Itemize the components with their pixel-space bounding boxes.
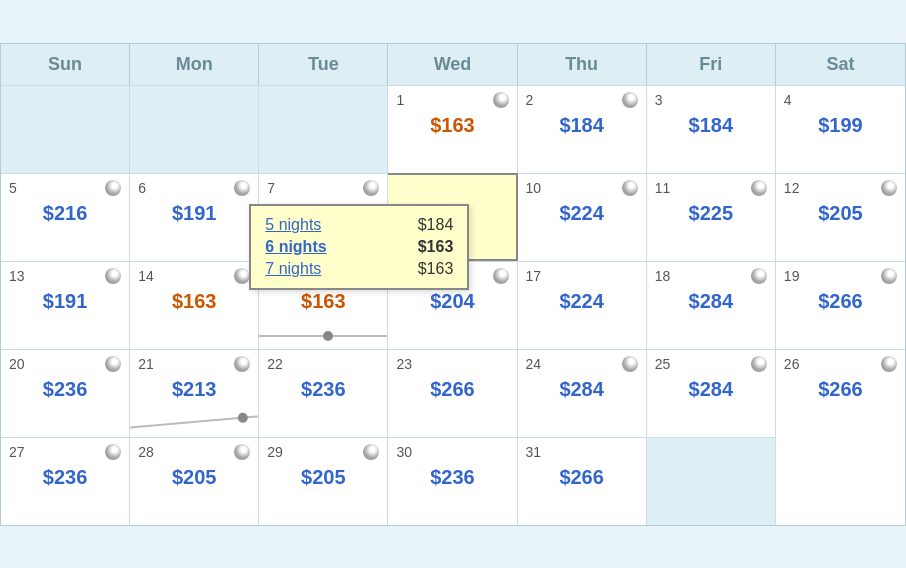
cal-cell-28[interactable]: 28 $205 [130, 437, 259, 525]
cell-price: $184 [526, 114, 638, 137]
cal-cell-13[interactable]: 13 $191 [1, 261, 130, 349]
cell-price: $184 [655, 114, 767, 137]
day-number: 5 [9, 180, 17, 196]
radio-icon[interactable] [234, 268, 250, 284]
tooltip-5nights-label[interactable]: 5 nights [265, 216, 321, 234]
cal-cell-2[interactable]: 2 $184 [518, 85, 647, 173]
cell-price: $205 [267, 466, 379, 489]
radio-icon[interactable] [363, 180, 379, 196]
day-number: 1 [396, 92, 404, 108]
day-number: 22 [267, 356, 283, 372]
tooltip-6nights-label[interactable]: 6 nights [265, 238, 326, 256]
radio-icon[interactable] [751, 268, 767, 284]
radio-icon[interactable] [881, 268, 897, 284]
radio-icon[interactable] [105, 180, 121, 196]
radio-icon[interactable] [751, 356, 767, 372]
cal-cell-3[interactable]: 3 $184 [647, 85, 776, 173]
cal-cell-27[interactable]: 27 $236 [1, 437, 130, 525]
cell-price: $224 [526, 290, 638, 313]
tooltip-row-5nights[interactable]: 5 nights $184 [265, 214, 453, 236]
cell-price: $266 [396, 378, 508, 401]
cal-cell-17[interactable]: 17 $224 [518, 261, 647, 349]
slider-track [130, 415, 258, 428]
cal-cell-7[interactable]: 7 $163 5 nights $184 6 nights $163 7 nig… [259, 173, 388, 261]
radio-icon[interactable] [363, 444, 379, 460]
slider-track [259, 335, 387, 337]
cal-cell-11[interactable]: 11 $225 [647, 173, 776, 261]
cell-price: $284 [655, 290, 767, 313]
cal-cell-31[interactable]: 31 $266 [518, 437, 647, 525]
radio-icon[interactable] [493, 268, 509, 284]
cal-cell-12[interactable]: 12 $205 [776, 173, 905, 261]
header-sat: Sat [776, 44, 905, 85]
cal-cell-24[interactable]: 24 $284 [518, 349, 647, 437]
cal-cell-23[interactable]: 23 $266 [388, 349, 517, 437]
cal-cell-29[interactable]: 29 $205 [259, 437, 388, 525]
cell-price: $236 [9, 378, 121, 401]
slider-handle[interactable] [323, 331, 333, 341]
cal-cell-21[interactable]: 21 $213 [130, 349, 259, 437]
cell-price: $205 [138, 466, 250, 489]
cell-price: $236 [267, 378, 379, 401]
header-tue: Tue [259, 44, 388, 85]
radio-icon[interactable] [105, 268, 121, 284]
day-number: 20 [9, 356, 25, 372]
radio-icon[interactable] [234, 180, 250, 196]
day-number: 29 [267, 444, 283, 460]
cell-price: $163 [138, 290, 250, 313]
header-mon: Mon [130, 44, 259, 85]
nights-tooltip: 5 nights $184 6 nights $163 7 nights $16… [249, 204, 469, 290]
day-number: 19 [784, 268, 800, 284]
radio-icon[interactable] [493, 92, 509, 108]
cal-cell-30[interactable]: 30 $236 [388, 437, 517, 525]
radio-icon[interactable] [622, 92, 638, 108]
cal-cell-20[interactable]: 20 $236 [1, 349, 130, 437]
cell-price: $163 [396, 114, 508, 137]
header-sun: Sun [1, 44, 130, 85]
cal-cell-25[interactable]: 25 $284 [647, 349, 776, 437]
radio-icon[interactable] [234, 444, 250, 460]
day-number: 31 [526, 444, 542, 460]
day-number: 25 [655, 356, 671, 372]
day-number: 12 [784, 180, 800, 196]
radio-icon[interactable] [751, 180, 767, 196]
cal-cell-19[interactable]: 19 $266 [776, 261, 905, 349]
calendar: Sun Mon Tue Wed Thu Fri Sat 1 $163 2 $18… [0, 43, 906, 526]
radio-icon[interactable] [622, 356, 638, 372]
slider-handle[interactable] [238, 412, 249, 423]
calendar-header: Sun Mon Tue Wed Thu Fri Sat [1, 44, 905, 85]
cal-cell-empty [1, 85, 130, 173]
cal-cell-1[interactable]: 1 $163 [388, 85, 517, 173]
tooltip-row-6nights[interactable]: 6 nights $163 [265, 236, 453, 258]
day-number: 23 [396, 356, 412, 372]
cal-cell-26[interactable]: 26 $266 [776, 349, 905, 437]
radio-icon[interactable] [881, 180, 897, 196]
radio-icon[interactable] [234, 356, 250, 372]
day-number: 28 [138, 444, 154, 460]
tooltip-row-7nights[interactable]: 7 nights $163 [265, 258, 453, 280]
day-number: 30 [396, 444, 412, 460]
cell-price: $191 [9, 290, 121, 313]
tooltip-7nights-label[interactable]: 7 nights [265, 260, 321, 278]
cell-price: $199 [784, 114, 897, 137]
cal-cell-14[interactable]: 14 $163 [130, 261, 259, 349]
radio-icon[interactable] [881, 356, 897, 372]
radio-icon[interactable] [622, 180, 638, 196]
cal-cell-18[interactable]: 18 $284 [647, 261, 776, 349]
radio-icon[interactable] [105, 356, 121, 372]
day-number: 6 [138, 180, 146, 196]
cal-cell-4[interactable]: 4 $199 [776, 85, 905, 173]
day-number: 21 [138, 356, 154, 372]
cal-cell-22[interactable]: 22 $236 [259, 349, 388, 437]
cell-price: $204 [396, 290, 508, 313]
cal-cell-6[interactable]: 6 $191 [130, 173, 259, 261]
cal-cell-10[interactable]: 10 $224 [518, 173, 647, 261]
day-number: 10 [526, 180, 542, 196]
cal-cell-5[interactable]: 5 $216 [1, 173, 130, 261]
day-number: 11 [655, 180, 671, 196]
cell-price: $236 [396, 466, 508, 489]
cell-price: $225 [655, 202, 767, 225]
cell-price: $213 [138, 378, 250, 401]
radio-icon[interactable] [105, 444, 121, 460]
day-number: 7 [267, 180, 275, 196]
